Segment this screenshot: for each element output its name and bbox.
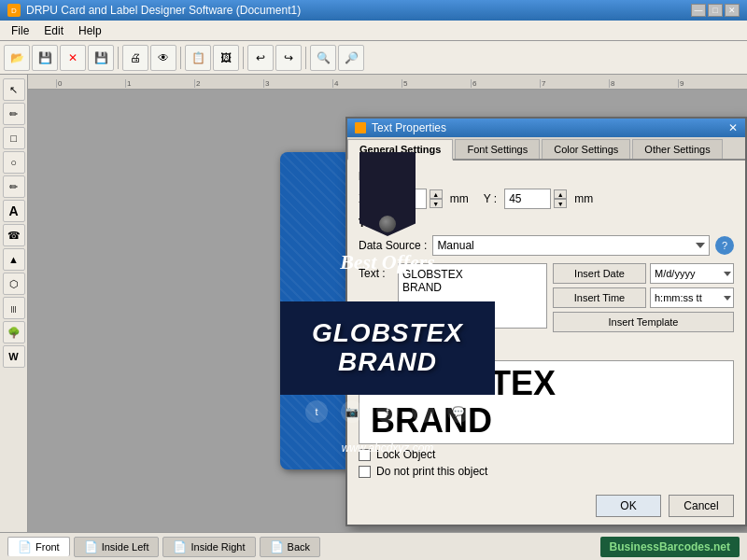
dialog-title-bar: Text Properties ✕ [347,119,745,137]
no-print-row: Do not print this object [359,465,734,478]
date-format-select[interactable]: M/d/yyyy MM/dd/yyyy d/M/yyyy [650,263,734,284]
card-brand-text: GLOBSTEXBRAND [312,319,463,377]
close-button2[interactable]: ✕ [60,45,86,71]
x-down-button[interactable]: ▼ [430,199,443,208]
tab-font-settings[interactable]: Font Settings [455,139,540,159]
card-url: www.abcdxyz.com [280,441,495,455]
triangle-tool[interactable]: ▲ [3,248,25,271]
canvas-area[interactable]: 0 1 2 3 4 5 6 7 8 9 Best Offers GLOBSTEX… [28,75,747,532]
y-down-button[interactable]: ▼ [554,199,567,208]
text-buttons: Insert Date M/d/yyyy MM/dd/yyyy d/M/yyyy… [553,263,734,336]
instagram-icon: 📷 [341,400,363,423]
open-button[interactable]: 📂 [4,45,30,71]
app-title: DRPU Card and Label Designer Software (D… [26,4,301,17]
insert-time-button[interactable]: Insert Time [553,287,646,308]
x-up-button[interactable]: ▲ [430,189,443,199]
card-social: t 📷 f ♪ 💬 [280,400,495,423]
shape-tool[interactable]: ⬡ [3,273,25,295]
separator4 [305,47,306,69]
tab-back-label: Back [288,541,310,553]
bb-suffix: .net [711,540,730,553]
dialog-title-text: Text Properties [372,121,446,134]
zoom-out-button[interactable]: 🔎 [338,45,364,71]
menu-edit[interactable]: Edit [36,22,71,39]
close-button[interactable]: ✕ [725,4,740,17]
main-area: ↖ ✏ □ ○ ✏ A ☎ ▲ ⬡ ||| 🌳 W 0 1 2 3 4 5 6 … [0,75,747,532]
pen-tool[interactable]: ✏ [3,175,25,198]
y-input[interactable] [504,189,551,209]
text-tool[interactable]: A [3,200,25,222]
ellipse-tool[interactable]: ○ [3,151,25,174]
w-tool[interactable]: W [3,345,25,368]
no-print-label: Do not print this object [376,465,487,478]
bottom-tabs: 📄 Front 📄 Inside Left 📄 Inside Right 📄 B… [0,532,747,560]
separator1 [118,47,119,69]
title-bar: D DRPU Card and Label Designer Software … [0,0,747,21]
facebook-icon: f [376,400,399,423]
separator2 [180,47,181,69]
y-spinner[interactable]: ▲ ▼ [554,189,567,208]
minimize-button[interactable]: — [691,4,706,17]
save-button[interactable]: 💾 [32,45,58,71]
redo-button[interactable]: ↪ [275,45,302,71]
y-input-group: ▲ ▼ [504,189,567,209]
window-controls[interactable]: — □ ✕ [691,4,740,17]
rect-tool[interactable]: □ [3,127,25,149]
insert-template-button[interactable]: Insert Template [553,312,734,332]
select-tool[interactable]: ↖ [3,78,25,101]
left-toolbar: ↖ ✏ □ ○ ✏ A ☎ ▲ ⬡ ||| 🌳 W [0,75,28,532]
tab-inside-right[interactable]: 📄 Inside Right [162,537,255,557]
tab-front[interactable]: 📄 Front [7,537,70,556]
save2-button[interactable]: 💾 [88,45,114,71]
y-unit: mm [574,192,593,205]
dialog-footer: OK Cancel [347,491,745,525]
help-button[interactable]: ? [715,236,734,255]
tab-front-label: Front [35,541,60,553]
barcode-tool[interactable]: ||| [3,297,25,319]
time-format-select[interactable]: h:mm:ss tt HH:mm:ss h:mm tt [650,287,734,308]
business-barcodes-badge: BusinessBarcodes.net [600,537,740,557]
tab-inside-left-label: Inside Left [102,541,149,553]
tab-front-icon: 📄 [18,540,32,553]
toolbar: 📂 💾 ✕ 💾 🖨 👁 📋 🖼 ↩ ↪ 🔍 🔎 [0,41,747,75]
tab-other-settings[interactable]: Other Settings [632,139,722,159]
tab-inside-left[interactable]: 📄 Inside Left [74,537,160,557]
image-insert-tool[interactable]: 🌳 [3,321,25,343]
cancel-button[interactable]: Cancel [669,495,734,517]
separator3 [243,47,244,69]
insert-time-row: Insert Time h:mm:ss tt HH:mm:ss h:mm tt [553,287,734,308]
image-button[interactable]: 🖼 [213,45,239,71]
no-print-checkbox[interactable] [359,466,371,478]
tab-back-icon: 📄 [270,540,284,553]
x-spinner[interactable]: ▲ ▼ [430,189,443,208]
maximize-button[interactable]: □ [708,4,723,17]
insert-date-row: Insert Date M/d/yyyy MM/dd/yyyy d/M/yyyy [553,263,734,284]
phone-tool[interactable]: ☎ [3,224,25,246]
app-icon: D [7,4,21,17]
tab-inside-right-icon: 📄 [173,540,187,553]
x-unit: mm [450,192,469,205]
bb-text: BusinessBarcodes [610,540,711,553]
ruler-horizontal: 0 1 2 3 4 5 6 7 8 9 [28,75,747,90]
ok-button[interactable]: OK [596,495,661,517]
twitter-icon: t [305,400,328,423]
tab-inside-right-label: Inside Right [190,541,245,553]
preview-button[interactable]: 👁 [150,45,176,71]
tab-color-settings[interactable]: Color Settings [542,139,630,159]
card-ball [379,216,396,232]
dialog-icon [355,122,366,133]
copy-button[interactable]: 📋 [185,45,211,71]
tab-back[interactable]: 📄 Back [260,537,320,557]
menu-file[interactable]: File [4,22,36,39]
undo-button[interactable]: ↩ [247,45,274,71]
print-button[interactable]: 🖨 [122,45,148,71]
draw-tool[interactable]: ✏ [3,103,25,125]
insert-date-button[interactable]: Insert Date [553,263,646,284]
menu-help[interactable]: Help [71,22,109,39]
zoom-in-button[interactable]: 🔍 [310,45,336,71]
menu-bar: File Edit Help [0,21,747,41]
y-up-button[interactable]: ▲ [554,189,567,199]
dialog-close-button[interactable]: ✕ [728,121,738,134]
tiktok-icon: ♪ [412,400,434,423]
chat-icon: 💬 [447,400,470,423]
